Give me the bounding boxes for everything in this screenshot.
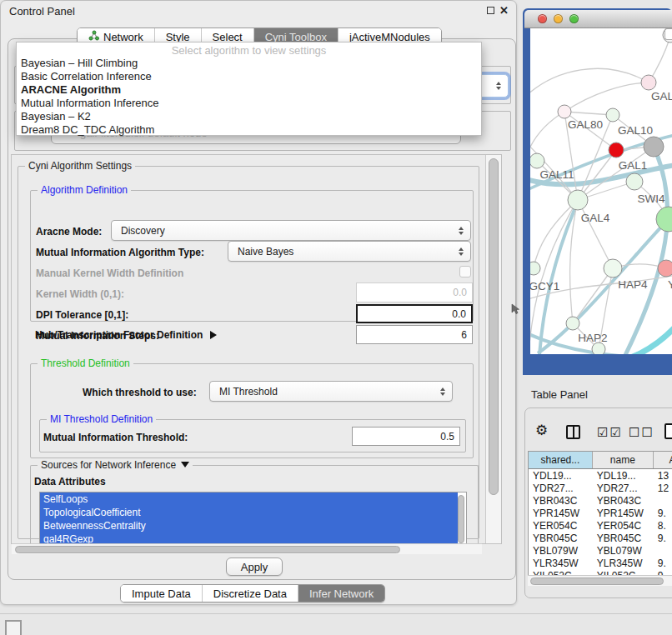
network-node-gal10[interactable] xyxy=(606,108,619,122)
network-node[interactable] xyxy=(644,137,664,157)
network-node-gal4[interactable] xyxy=(568,190,588,210)
unselect-all-columns-icon[interactable]: ☐☐ xyxy=(629,425,654,440)
network-edge xyxy=(573,268,613,323)
network-node-gal1[interactable] xyxy=(609,142,624,158)
algorithm-option-dream8-dc-tdc-algorithm[interactable]: Dream8 DC_TDC Algorithm xyxy=(17,123,481,137)
algorithm-option-mutual-information-inference[interactable]: Mutual Information Inference xyxy=(17,97,481,110)
mi-algorithm-type-combo[interactable]: Naive Bayes xyxy=(228,241,471,262)
table-cell: YDL19... xyxy=(593,469,654,482)
settings-vscrollbar-thumb[interactable] xyxy=(489,158,499,495)
table-cell: YBR043C xyxy=(593,494,654,507)
bottom-tab-impute-data[interactable]: Impute Data xyxy=(121,585,203,602)
table-row[interactable]: YLR345WYLR345W9. xyxy=(529,557,672,569)
node-label: GCY1 xyxy=(530,280,559,292)
manual-kernel-checkbox[interactable] xyxy=(459,266,471,278)
expand-right-icon[interactable] xyxy=(210,331,217,339)
dpi-tolerance-field[interactable]: 0.0 xyxy=(356,304,473,323)
algorithm-definition-group: Algorithm Definition Aracne Mode: Discov… xyxy=(30,190,474,322)
aracne-mode-combo[interactable]: Discovery xyxy=(111,220,471,241)
table-hscrollbar[interactable] xyxy=(528,575,672,586)
stepper-icon xyxy=(459,227,464,235)
settings-hscrollbar-thumb[interactable] xyxy=(15,546,400,553)
bottom-tab-discretize-data[interactable]: Discretize Data xyxy=(203,585,298,602)
network-node-gcy1[interactable] xyxy=(530,262,540,275)
mi-threshold-label: Mutual Information Threshold: xyxy=(43,432,188,443)
network-edge xyxy=(539,202,578,354)
column-header-a[interactable]: A xyxy=(654,452,672,468)
algorithm-option-basic-correlation-inference[interactable]: Basic Correlation Inference xyxy=(17,70,481,83)
network-node-gal7[interactable] xyxy=(641,75,656,90)
table-cell xyxy=(654,544,672,557)
network-node-hap2[interactable] xyxy=(566,317,579,330)
table-cell: YBR045C xyxy=(529,532,593,544)
mi-threshold-group-title: MI Threshold Definition xyxy=(47,413,156,425)
kernel-width-label: Kernel Width (0,1): xyxy=(36,288,124,300)
settings-vscrollbar[interactable] xyxy=(485,155,501,543)
network-node-gal80[interactable] xyxy=(558,105,571,118)
table-row[interactable]: YDR27...YDR27...12 xyxy=(529,482,672,494)
network-node[interactable] xyxy=(592,342,605,354)
algorithm-select-popup: Select algorithm to view settings Bayesi… xyxy=(16,42,482,136)
network-graph[interactable]: GAL7GAL80GAL10GAL1GAL11SWI4GAL4GCY1HAP4Y… xyxy=(530,28,672,354)
split-view-icon[interactable] xyxy=(566,425,580,439)
dpi-tolerance-label: DPI Tolerance [0,1]: xyxy=(36,309,128,321)
network-node-y[interactable] xyxy=(658,260,672,277)
bottom-tab-infer-network[interactable]: Infer Network xyxy=(298,585,384,602)
apply-button[interactable]: Apply xyxy=(226,558,283,576)
algorithm-option-bayesian-k2[interactable]: Bayesian – K2 xyxy=(17,110,481,123)
node-label: GAL1 xyxy=(619,159,648,172)
network-node-swi4[interactable] xyxy=(626,173,643,190)
kernel-width-field[interactable]: 0.0 xyxy=(356,282,473,302)
table-row[interactable]: YER054CYER054C8. xyxy=(529,519,672,532)
attr-list-scrollbar-thumb[interactable] xyxy=(458,495,464,543)
network-node-hap4[interactable] xyxy=(604,259,622,278)
table-row[interactable]: YPR145WYPR145W9. xyxy=(529,507,672,519)
mi-threshold-field[interactable]: 0.5 xyxy=(352,427,460,446)
screen: Control Panel ✕ NetworkStyleSelectCyni T… xyxy=(0,0,672,635)
network-canvas[interactable]: GAL7GAL80GAL10GAL1GAL11SWI4GAL4GCY1HAP4Y… xyxy=(530,28,672,354)
settings-hscrollbar[interactable] xyxy=(12,543,482,554)
collapse-down-icon[interactable] xyxy=(181,462,189,468)
algorithm-option-bayesian-hill-climbing[interactable]: Bayesian – Hill Climbing xyxy=(17,57,481,70)
node-label: HAP4 xyxy=(618,278,648,291)
attribute-item-topologicalcoefficient[interactable]: TopologicalCoefficient xyxy=(40,506,458,519)
table-row[interactable]: YDL19...YDL19...13 xyxy=(529,469,672,482)
node-label: GAL10 xyxy=(618,124,653,137)
table-row[interactable]: YBR043CYBR043C xyxy=(529,494,672,507)
select-all-columns-icon[interactable]: ☑☑ xyxy=(597,425,623,440)
sources-title[interactable]: Sources for Network Inference xyxy=(38,459,193,471)
cyni-algorithm-settings-group: Cyni Algorithm Settings Algorithm Defini… xyxy=(18,166,479,539)
close-traffic-light-icon[interactable] xyxy=(538,14,547,23)
table-row[interactable]: YBL079WYBL079W xyxy=(529,544,672,557)
close-icon[interactable]: ✕ xyxy=(499,5,509,16)
network-node-gal11[interactable] xyxy=(530,153,544,168)
which-threshold-label: Which threshold to use: xyxy=(83,387,197,398)
table-body: YDL19...YDL19...13YDR27...YDR27...12YBR0… xyxy=(529,469,672,582)
data-attributes-list[interactable]: SelfLoopsTopologicalCoefficientBetweenne… xyxy=(39,492,467,547)
table-row[interactable]: YBR045CYBR045C9. xyxy=(529,532,672,544)
algorithm-option-list: Bayesian – Hill ClimbingBasic Correlatio… xyxy=(17,57,481,137)
zoom-traffic-light-icon[interactable] xyxy=(569,14,579,23)
new-table-icon[interactable] xyxy=(664,423,672,439)
manual-kernel-label: Manual Kernel Width Definition xyxy=(36,268,183,279)
table-cell: YDR27... xyxy=(593,482,654,494)
column-header-shared-[interactable]: shared... xyxy=(529,452,593,468)
float-panel-icon[interactable] xyxy=(5,620,22,635)
node-label: GAL80 xyxy=(568,118,603,131)
table-cell: 8. xyxy=(654,519,672,532)
attribute-item-selfloops[interactable]: SelfLoops xyxy=(40,492,458,506)
algorithm-option-aracne-algorithm[interactable]: ARACNE Algorithm xyxy=(17,83,481,97)
hub-definition-toggle[interactable]: Hub/Transcription Factor Definition xyxy=(35,329,217,341)
attribute-item-betweennesscentrality[interactable]: BetweennessCentrality xyxy=(40,519,458,532)
table-cell: 12 xyxy=(654,482,672,494)
column-header-name[interactable]: name xyxy=(593,452,654,468)
node-label: SWI4 xyxy=(637,192,664,205)
settings-gear-icon[interactable]: ⚙ xyxy=(535,423,548,438)
minimize-traffic-light-icon[interactable] xyxy=(554,14,563,23)
mi-steps-field[interactable]: 6 xyxy=(356,325,473,344)
table-panel: ⚙ ☑☑ ☐☐ shared...nameA YDL19...YDL19...1… xyxy=(524,408,672,598)
which-threshold-combo[interactable]: MI Threshold xyxy=(209,381,453,402)
table-hscrollbar-thumb[interactable] xyxy=(530,578,664,585)
float-window-icon[interactable] xyxy=(487,7,494,14)
aracne-mode-label: Aracne Mode: xyxy=(36,226,102,238)
